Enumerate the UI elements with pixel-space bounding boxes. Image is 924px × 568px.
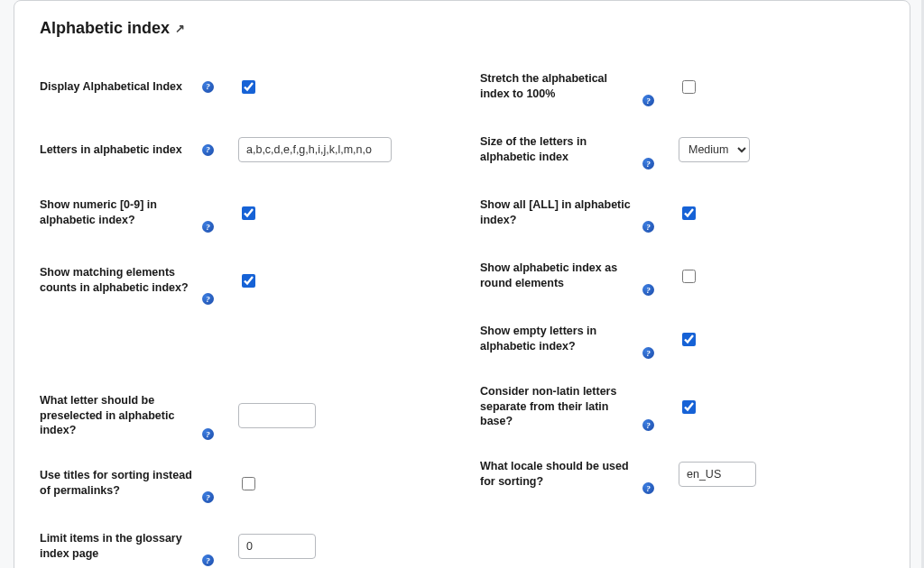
help-icon[interactable]: ? bbox=[642, 221, 654, 233]
label-nonlatin: Consider non-latin letters separate from… bbox=[480, 384, 633, 430]
label-show-all: Show all [ALL] in alphabetic index? bbox=[480, 197, 633, 228]
checkbox-use-titles[interactable] bbox=[242, 477, 255, 490]
row-letters: Letters in alphabetic index ? bbox=[40, 126, 444, 173]
label-letter-size: Size of the letters in alphabetic index bbox=[480, 134, 633, 165]
row-use-titles: Use titles for sorting instead of permal… bbox=[40, 460, 444, 507]
checkbox-stretch[interactable] bbox=[682, 80, 696, 94]
input-limit-items[interactable] bbox=[238, 534, 316, 559]
label-show-empty: Show empty letters in alphabetic index? bbox=[480, 324, 633, 354]
row-letter-size: Size of the letters in alphabetic index … bbox=[480, 126, 884, 173]
row-nonlatin: Consider non-latin letters separate from… bbox=[480, 379, 884, 435]
row-locale: What locale should be used for sorting? … bbox=[480, 451, 884, 498]
input-letters[interactable] bbox=[238, 137, 392, 162]
checkbox-round[interactable] bbox=[682, 270, 696, 283]
help-icon[interactable]: ? bbox=[642, 95, 654, 106]
help-icon[interactable]: ? bbox=[202, 428, 214, 440]
label-locale: What locale should be used for sorting? bbox=[480, 459, 633, 490]
row-show-empty: Show empty letters in alphabetic index? … bbox=[480, 316, 884, 362]
label-letters: Letters in alphabetic index bbox=[40, 142, 193, 158]
row-limit-items: Limit items in the glossary index page ? bbox=[40, 523, 444, 568]
checkbox-nonlatin[interactable] bbox=[682, 400, 696, 414]
label-display-index: Display Alphabetical Index bbox=[40, 79, 193, 95]
help-icon[interactable]: ? bbox=[202, 491, 214, 503]
checkbox-show-all[interactable] bbox=[682, 206, 696, 220]
checkbox-display-index[interactable] bbox=[242, 80, 255, 94]
label-show-counts: Show matching elements counts in alphabe… bbox=[40, 265, 193, 296]
label-use-titles: Use titles for sorting instead of permal… bbox=[40, 468, 193, 499]
label-preselected: What letter should be preselected in alp… bbox=[40, 393, 193, 439]
checkbox-show-counts[interactable] bbox=[242, 274, 255, 288]
help-icon[interactable]: ? bbox=[202, 81, 214, 93]
spacer bbox=[40, 325, 444, 371]
select-letter-size[interactable]: SmallMediumLarge bbox=[679, 137, 750, 162]
alphabetic-index-panel: Alphabetic index ↗ Display Alphabetical … bbox=[14, 0, 910, 568]
input-locale[interactable] bbox=[679, 462, 756, 487]
input-preselected[interactable] bbox=[238, 403, 316, 428]
settings-right-column: Stretch the alphabetical index to 100% ?… bbox=[480, 63, 884, 568]
row-round: Show alphabetic index as round elements … bbox=[480, 252, 884, 299]
help-icon[interactable]: ? bbox=[642, 419, 654, 431]
row-stretch: Stretch the alphabetical index to 100% ? bbox=[480, 63, 884, 110]
label-show-numeric: Show numeric [0-9] in alphabetic index? bbox=[40, 197, 193, 228]
help-icon[interactable]: ? bbox=[202, 293, 214, 305]
settings-left-column: Display Alphabetical Index ? Letters in … bbox=[40, 63, 444, 568]
label-stretch: Stretch the alphabetical index to 100% bbox=[480, 71, 633, 102]
help-icon[interactable]: ? bbox=[202, 144, 214, 156]
label-round: Show alphabetic index as round elements bbox=[480, 261, 633, 291]
help-icon[interactable]: ? bbox=[642, 482, 654, 494]
label-limit-items: Limit items in the glossary index page bbox=[40, 531, 193, 562]
checkbox-show-empty[interactable] bbox=[682, 333, 696, 346]
help-icon[interactable]: ? bbox=[202, 221, 214, 233]
help-icon[interactable]: ? bbox=[642, 158, 654, 169]
row-show-all: Show all [ALL] in alphabetic index? ? bbox=[480, 189, 884, 236]
help-icon[interactable]: ? bbox=[202, 554, 214, 566]
external-link-icon[interactable]: ↗ bbox=[175, 22, 185, 35]
help-icon[interactable]: ? bbox=[642, 284, 654, 296]
row-display-index: Display Alphabetical Index ? bbox=[40, 63, 444, 110]
panel-title-text: Alphabetic index bbox=[40, 19, 170, 38]
panel-title: Alphabetic index ↗ bbox=[40, 19, 884, 38]
checkbox-show-numeric[interactable] bbox=[242, 206, 255, 220]
row-show-numeric: Show numeric [0-9] in alphabetic index? … bbox=[40, 189, 444, 236]
help-icon[interactable]: ? bbox=[642, 347, 654, 359]
row-show-counts: Show matching elements counts in alphabe… bbox=[40, 252, 444, 308]
row-preselected: What letter should be preselected in alp… bbox=[40, 388, 444, 444]
